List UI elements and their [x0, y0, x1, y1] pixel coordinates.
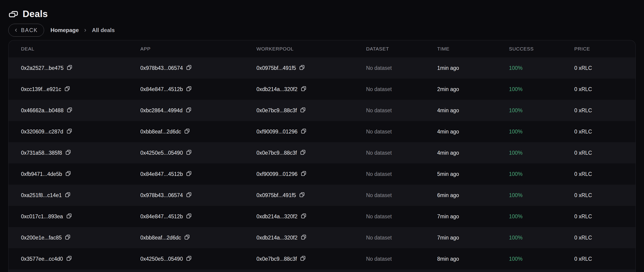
copy-button[interactable]: [300, 107, 306, 113]
workerpool-hash-link[interactable]: 0x0975bf...491f5: [256, 65, 296, 71]
table-row[interactable]: 0x2a2527...be475 0x978b43...06574 0x0975…: [8, 57, 636, 79]
time-cell: 5min ago: [437, 171, 509, 177]
copy-button[interactable]: [300, 213, 307, 219]
copy-button[interactable]: [186, 85, 192, 92]
app-hash-link[interactable]: 0x84e847...4512b: [140, 171, 183, 177]
app-hash-link[interactable]: 0xbb8eaf...2d6dc: [140, 129, 181, 135]
deal-hash-link[interactable]: 0x2a2527...be475: [21, 65, 64, 71]
copy-button[interactable]: [186, 170, 192, 177]
time-cell: 6min ago: [437, 192, 509, 199]
table-header-row: DEAL APP WORKERPOOL DATASET TIME SUCCESS…: [8, 40, 636, 57]
app-hash-link[interactable]: 0x84e847...4512b: [140, 214, 183, 220]
price-cell: 0 xRLC: [574, 192, 626, 199]
copy-button[interactable]: [300, 149, 306, 155]
deal-hash-link[interactable]: 0x200e1e...fac85: [21, 235, 62, 241]
workerpool-hash-link[interactable]: 0x0975bf...491f5: [256, 192, 296, 199]
app-hash-link[interactable]: 0xbb8eaf...2d6dc: [140, 235, 181, 241]
copy-button[interactable]: [186, 213, 192, 219]
back-button[interactable]: BACK: [8, 24, 44, 37]
copy-icon: [65, 192, 71, 198]
table-row[interactable]: 0x200e1e...fac85 0xbb8eaf...2d6dc 0xdb21…: [8, 227, 636, 248]
deal-hash-link[interactable]: 0x46662a...b0488: [21, 107, 64, 114]
copy-icon: [66, 107, 73, 113]
page-title: Deals: [22, 9, 48, 19]
workerpool-hash-link[interactable]: 0xdb214a...320f2: [256, 214, 298, 220]
table-row[interactable]: 0xc017c1...893ea 0x84e847...4512b 0xdb21…: [8, 206, 636, 227]
time-cell: 8min ago: [437, 256, 509, 262]
copy-button[interactable]: [186, 149, 192, 155]
deal-cell: 0x3577ee...cc4d0: [21, 256, 140, 262]
column-header-app: APP: [140, 46, 256, 52]
page-header: Deals: [8, 6, 636, 22]
workerpool-cell: 0xdb214a...320f2: [256, 235, 366, 241]
app-hash-link[interactable]: 0x4250e5...05490: [140, 150, 183, 156]
workerpool-hash-link[interactable]: 0xdb214a...320f2: [256, 235, 298, 241]
deal-hash-link[interactable]: 0xc017c1...893ea: [21, 214, 63, 220]
column-header-success: SUCCESS: [509, 46, 574, 52]
copy-button[interactable]: [186, 255, 192, 262]
table-row[interactable]: 0x320609...c287d 0xbb8eaf...2d6dc 0xf900…: [8, 121, 636, 142]
table-row[interactable]: 0x731a58...385f8 0x4250e5...05490 0x0e7b…: [8, 142, 636, 163]
chevron-right-icon: [83, 28, 88, 33]
copy-button[interactable]: [66, 213, 72, 219]
copy-button[interactable]: [64, 85, 70, 92]
deal-hash-link[interactable]: 0x731a58...385f8: [21, 150, 62, 156]
deal-hash-link[interactable]: 0xfb9471...4de5b: [21, 171, 62, 177]
copy-button[interactable]: [186, 107, 192, 113]
copy-button[interactable]: [300, 234, 307, 240]
app-hash-link[interactable]: 0x84e847...4512b: [140, 86, 183, 92]
copy-icon: [300, 170, 307, 177]
copy-button[interactable]: [65, 192, 71, 198]
copy-button[interactable]: [66, 107, 73, 113]
time-cell: 4min ago: [437, 129, 509, 135]
workerpool-hash-link[interactable]: 0x0e7bc9...88c3f: [256, 150, 297, 156]
table-row[interactable]: 0xfb9471...4de5b 0x84e847...4512b 0xf900…: [8, 163, 636, 185]
app-hash-link[interactable]: 0x978b43...06574: [140, 65, 183, 71]
table-row[interactable]: 0x46662a...b0488 0xbc2864...4994d 0x0e7b…: [8, 100, 636, 121]
copy-button[interactable]: [186, 192, 192, 198]
workerpool-hash-link[interactable]: 0xf90099...01296: [256, 129, 298, 135]
copy-button[interactable]: [184, 234, 190, 240]
app-hash-link[interactable]: 0x978b43...06574: [140, 192, 183, 199]
deal-hash-link[interactable]: 0x3577ee...cc4d0: [21, 256, 63, 262]
copy-button[interactable]: [300, 170, 307, 177]
app-hash-link[interactable]: 0xbc2864...4994d: [140, 107, 182, 114]
copy-button[interactable]: [65, 170, 71, 177]
copy-button[interactable]: [186, 64, 192, 70]
copy-button[interactable]: [300, 128, 307, 134]
time-cell: 4min ago: [437, 150, 509, 156]
app-hash-link[interactable]: 0x4250e5...05490: [140, 256, 183, 262]
workerpool-cell: 0x0e7bc9...88c3f: [256, 256, 366, 262]
time-cell: 7min ago: [437, 214, 509, 220]
workerpool-hash-link[interactable]: 0x0e7bc9...88c3f: [256, 256, 297, 262]
deal-cell: 0xc017c1...893ea: [21, 214, 140, 220]
copy-icon: [300, 128, 307, 134]
workerpool-cell: 0xf90099...01296: [256, 129, 366, 135]
workerpool-hash-link[interactable]: 0x0e7bc9...88c3f: [256, 107, 297, 114]
copy-icon: [66, 128, 72, 134]
deal-hash-link[interactable]: 0xcc139f...e921c: [21, 86, 61, 92]
copy-button[interactable]: [65, 149, 71, 155]
table-row[interactable]: 0xcc139f...e921c 0x84e847...4512b 0xdb21…: [8, 79, 636, 100]
copy-button[interactable]: [300, 85, 307, 92]
copy-button[interactable]: [66, 128, 72, 134]
table-row[interactable]: 0xa251f8...c14e1 0x978b43...06574 0x0975…: [8, 185, 636, 206]
copy-button[interactable]: [65, 234, 71, 240]
workerpool-cell: 0x0e7bc9...88c3f: [256, 150, 366, 156]
deal-hash-link[interactable]: 0xa251f8...c14e1: [21, 192, 62, 199]
copy-button[interactable]: [184, 128, 190, 134]
table-body: 0x2a2527...be475 0x978b43...06574 0x0975…: [8, 57, 636, 270]
breadcrumb-homepage[interactable]: Homepage: [50, 27, 79, 33]
copy-button[interactable]: [300, 255, 306, 262]
workerpool-hash-link[interactable]: 0xdb214a...320f2: [256, 86, 298, 92]
workerpool-hash-link[interactable]: 0xf90099...01296: [256, 171, 298, 177]
copy-button[interactable]: [66, 255, 72, 262]
deal-hash-link[interactable]: 0x320609...c287d: [21, 129, 63, 135]
app-cell: 0xbb8eaf...2d6dc: [140, 129, 256, 135]
copy-button[interactable]: [299, 192, 305, 198]
table-row[interactable]: 0x3577ee...cc4d0 0x4250e5...05490 0x0e7b…: [8, 248, 636, 270]
success-cell: 100%: [509, 65, 574, 71]
copy-button[interactable]: [299, 64, 305, 70]
copy-button[interactable]: [66, 64, 73, 70]
deal-cell: 0xcc139f...e921c: [21, 86, 140, 92]
